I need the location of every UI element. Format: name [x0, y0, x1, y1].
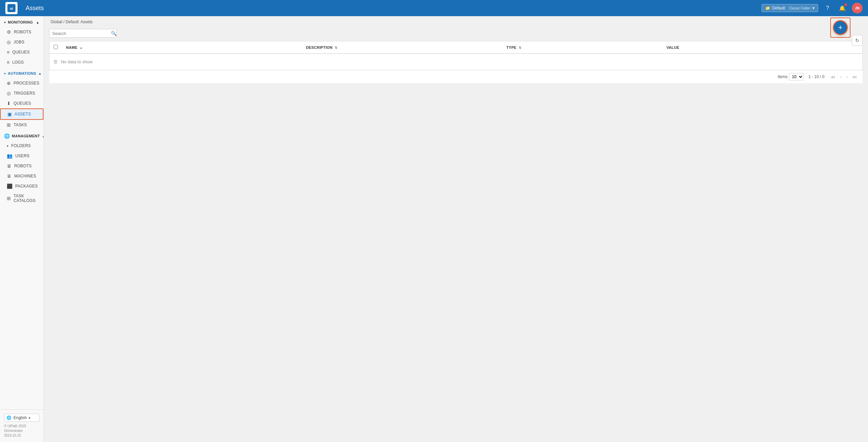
type-sort-icon: ⇅	[519, 46, 521, 49]
robots-mgmt-label: ROBOTS	[14, 164, 32, 168]
sidebar-item-triggers[interactable]: ◎ TRIGGERS	[0, 88, 43, 98]
help-icon: ?	[826, 5, 829, 11]
jobs-label: JOBS	[13, 40, 24, 44]
language-label: English	[13, 415, 27, 420]
triggers-icon: ◎	[7, 91, 11, 96]
help-button[interactable]: ?	[822, 3, 833, 13]
search-bar[interactable]: 🔍	[49, 29, 117, 38]
main-layout: ▪ MONITORING ▲ ⚙ ROBOTS ◎ JOBS ≡ QUEUES …	[0, 16, 868, 442]
users-label: USERS	[15, 154, 29, 158]
sidebar-item-logs[interactable]: ≡ LOGS	[0, 57, 43, 67]
sidebar-item-jobs[interactable]: ◎ JOBS	[0, 37, 43, 47]
th-value: VALUE	[662, 41, 863, 54]
notification-badge	[844, 3, 847, 6]
next-page-button[interactable]: ›	[845, 73, 849, 80]
triggers-label: TRIGGERS	[13, 91, 35, 96]
sidebar-item-folders[interactable]: ▪ FOLDERS	[0, 141, 43, 151]
logo: ui	[5, 2, 18, 14]
refresh-button[interactable]: ↻	[852, 35, 863, 46]
tasks-icon: ⊞	[7, 122, 11, 128]
folders-label: FOLDERS	[11, 143, 31, 148]
automations-chevron: ▲	[38, 72, 41, 75]
pagination-bar: Items 10 25 50 1 - 10 / 0 ⏮ ‹ › ⏭	[49, 70, 863, 83]
task-catalogs-label: TASK CATALOGS	[13, 194, 39, 203]
monitoring-label: MONITORING	[8, 20, 33, 24]
globe-icon: 🌐	[6, 415, 11, 420]
sidebar-section-monitoring[interactable]: ▪ MONITORING ▲	[0, 16, 43, 27]
name-sort-icon: ▲	[80, 46, 83, 49]
th-type[interactable]: TYPE ⇅	[502, 41, 662, 54]
sidebar-item-queues-monitoring[interactable]: ≡ QUEUES	[0, 47, 43, 57]
processes-icon: ⊕	[7, 80, 11, 86]
select-all-checkbox[interactable]	[54, 45, 58, 49]
folder-name: Default	[772, 6, 785, 10]
sidebar-item-machines[interactable]: 🖥 MACHINES	[0, 171, 43, 181]
mgmt-globe-icon: 🌐	[4, 133, 10, 139]
assets-icon: ▣	[7, 111, 12, 117]
th-description[interactable]: DESCRIPTION ⇅	[302, 41, 502, 54]
packages-icon: ⬛	[7, 183, 12, 189]
sidebar-item-processes[interactable]: ⊕ PROCESSES	[0, 78, 43, 88]
plus-icon: +	[838, 23, 843, 32]
queues-auto-label: QUEUES	[13, 101, 31, 106]
sidebar-item-task-catalogs[interactable]: ⊞ TASK CATALOGS	[0, 191, 43, 205]
machines-label: MACHINES	[14, 174, 36, 178]
language-selector[interactable]: 🌐 English ▾	[4, 414, 39, 422]
search-input[interactable]	[52, 31, 109, 36]
breadcrumb: Global / Default: Assets	[51, 20, 861, 24]
avatar-button[interactable]: JN	[852, 3, 863, 13]
sidebar-section-management[interactable]: 🌐 MANAGEMENT ▲	[0, 130, 43, 141]
sidebar-item-queues-automation[interactable]: ⬇ QUEUES	[0, 98, 43, 108]
queues-auto-icon: ⬇	[7, 101, 11, 106]
jobs-icon: ◎	[7, 39, 11, 45]
chevron-down-icon: ▾	[812, 6, 814, 10]
automations-section-icon: ▪	[4, 71, 6, 76]
management-label: MANAGEMENT	[12, 134, 40, 138]
automations-label: AUTOMATIONS	[8, 71, 36, 75]
prev-page-button[interactable]: ‹	[839, 73, 843, 80]
search-icon: 🔍	[111, 31, 117, 36]
content-area: Global / Default: Assets 🔍 NAME ▲	[44, 16, 868, 442]
th-name[interactable]: NAME ▲	[62, 41, 302, 54]
task-catalogs-icon: ⊞	[7, 196, 11, 201]
logo-box: ui	[5, 2, 18, 14]
page-range: 1 - 10 / 0	[808, 74, 824, 79]
processes-label: PROCESSES	[13, 81, 39, 86]
notifications-button[interactable]: 🔔	[837, 3, 848, 13]
sidebar-footer: 🌐 English ▾ © UiPath 2019 Orchestrator 2…	[0, 409, 43, 442]
add-asset-button[interactable]: +	[833, 20, 848, 35]
desc-sort-icon: ⇅	[335, 46, 337, 49]
sidebar-item-robots[interactable]: ⚙ ROBOTS	[0, 27, 43, 37]
tasks-label: TASKS	[13, 123, 27, 127]
machines-icon: 🖥	[7, 173, 11, 179]
queues-mon-icon: ≡	[7, 49, 9, 55]
sidebar-item-users[interactable]: 👥 USERS	[0, 151, 43, 161]
folders-icon: ▪	[7, 143, 8, 148]
sidebar-item-tasks[interactable]: ⊞ TASKS	[0, 120, 43, 130]
robots-icon: ⚙	[7, 29, 11, 35]
th-checkbox	[50, 41, 62, 54]
last-page-button[interactable]: ⏭	[851, 73, 859, 80]
no-data-message: No data to show	[61, 59, 93, 64]
sidebar: ▪ MONITORING ▲ ⚙ ROBOTS ◎ JOBS ≡ QUEUES …	[0, 16, 44, 442]
sidebar-item-assets[interactable]: ▣ ASSETS	[0, 108, 43, 120]
robots-mgmt-icon: 🖥	[7, 163, 11, 169]
table-header-row: NAME ▲ DESCRIPTION ⇅ TYPE ⇅ VALUE	[50, 41, 863, 54]
robots-label: ROBOTS	[14, 30, 31, 34]
sidebar-section-automations[interactable]: ▪ AUTOMATIONS ▲	[0, 67, 43, 78]
users-icon: 👥	[7, 153, 12, 159]
items-per-page-select[interactable]: 10 25 50	[789, 73, 804, 80]
language-chevron: ▾	[29, 416, 30, 420]
first-page-button[interactable]: ⏮	[829, 73, 837, 80]
sidebar-item-robots-mgmt[interactable]: 🖥 ROBOTS	[0, 161, 43, 171]
items-per-page-wrapper: Items 10 25 50	[778, 73, 804, 80]
no-data-row: ☰ No data to show	[50, 54, 863, 70]
assets-label: ASSETS	[14, 112, 31, 116]
folder-selector[interactable]: 📁 Default Classic Folder ▾	[762, 4, 818, 12]
folder-file-icon: ▪	[4, 20, 6, 25]
folder-sub: Classic Folder	[789, 6, 810, 10]
sidebar-item-packages[interactable]: ⬛ PACKAGES	[0, 181, 43, 191]
header-actions: 📁 Default Classic Folder ▾ ? 🔔 JN	[762, 3, 863, 13]
items-label: Items	[778, 74, 787, 79]
monitoring-chevron: ▲	[36, 21, 39, 24]
